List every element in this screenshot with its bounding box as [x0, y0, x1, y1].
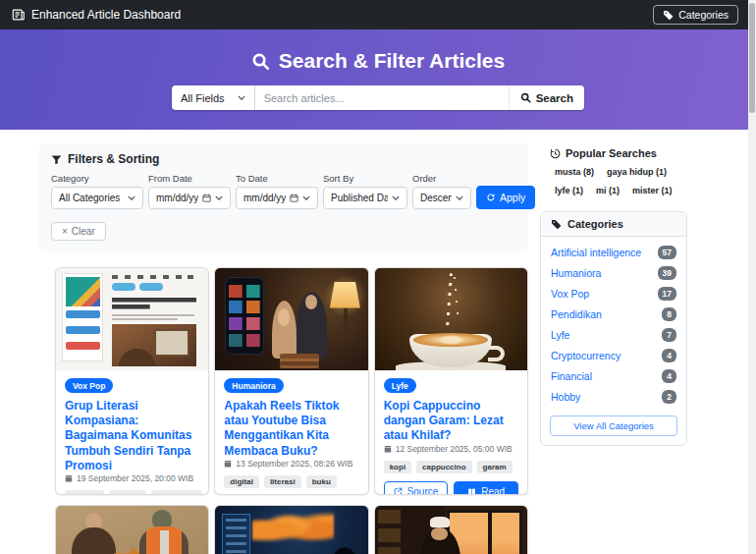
- category-label: Category: [51, 173, 143, 184]
- thumbnail-art: [344, 308, 348, 339]
- category-item[interactable]: Cryptocurrency 4: [541, 345, 686, 365]
- filters-title: Filters & Sorting: [51, 152, 516, 166]
- article-title-link[interactable]: Kopi Cappuccino dangan Garam: Lezat atau…: [384, 399, 518, 444]
- calendar-icon: [384, 445, 392, 453]
- popular-search-tag[interactable]: gaya hidup (1): [607, 167, 667, 177]
- apply-button[interactable]: Apply: [476, 186, 535, 209]
- category-filter: Category All Categories: [51, 173, 143, 209]
- category-link[interactable]: Pendidikan: [551, 308, 602, 320]
- calendar-icon: [290, 194, 298, 202]
- category-count-badge: 7: [662, 328, 676, 342]
- article-category-badge[interactable]: Lyfe: [384, 378, 416, 393]
- article-tag[interactable]: digital: [224, 475, 259, 488]
- article-tag[interactable]: cappuccino: [416, 461, 471, 473]
- from-date-input[interactable]: mm/dd/yyyy: [148, 187, 231, 209]
- hero-section: Search & Filter Articles All Fields Sear…: [0, 29, 756, 130]
- category-link[interactable]: Humaniora: [551, 267, 601, 279]
- refresh-icon: [486, 193, 496, 202]
- thumbnail-art: [430, 517, 450, 526]
- category-select[interactable]: All Categories: [51, 187, 143, 209]
- article-card-body: Humaniora Apakah Reels Tiktok atau Youtu…: [215, 370, 367, 495]
- article-card-footer: 19 September 2025, 20:00 WIB voxpop lite…: [65, 473, 199, 495]
- article-thumbnail[interactable]: [56, 268, 208, 370]
- date-controls: [290, 194, 310, 202]
- category-link[interactable]: Lyfe: [551, 329, 569, 341]
- category-link[interactable]: Artificial intelligence: [551, 247, 641, 258]
- search-button-label: Search: [536, 92, 573, 104]
- article-thumbnail[interactable]: [215, 506, 367, 554]
- sidebar: Popular Searches musta (8) gaya hidup (1…: [540, 143, 687, 554]
- tags-icon: [551, 219, 562, 230]
- article-tag[interactable]: buku: [306, 475, 337, 488]
- article-card-body: Lyfe Kopi Cappuccino dangan Garam: Lezat…: [375, 370, 527, 495]
- chevron-down-icon: [215, 194, 223, 202]
- category-link[interactable]: Cryptocurrency: [551, 350, 621, 361]
- to-date-input[interactable]: mm/dd/yyyy: [236, 187, 318, 209]
- app-brand[interactable]: Enhanced Article Dashboard: [12, 8, 181, 22]
- popular-search-tag[interactable]: mister (1): [632, 186, 673, 195]
- popular-search-tag[interactable]: lyfe (1): [555, 186, 583, 195]
- filters-panel: Filters & Sorting Category All Categorie…: [39, 143, 528, 251]
- app-title: Enhanced Article Dashboard: [31, 8, 181, 22]
- search-bar: All Fields Search: [172, 85, 584, 110]
- content-column: Filters & Sorting Category All Categorie…: [39, 143, 528, 554]
- article-tag[interactable]: literasi: [264, 475, 301, 488]
- view-all-categories-button[interactable]: View All Categories: [550, 416, 677, 436]
- search-input[interactable]: [255, 85, 509, 110]
- clear-button[interactable]: × Clear: [51, 222, 106, 241]
- source-button[interactable]: Source: [384, 481, 449, 495]
- read-button[interactable]: Read: [454, 481, 518, 495]
- article-thumbnail[interactable]: [375, 268, 527, 370]
- thumbnail-art: [280, 354, 319, 368]
- category-link[interactable]: Hobby: [551, 391, 580, 403]
- scrollbar-track[interactable]: [748, 0, 756, 554]
- article-title-link[interactable]: Grup Literasi Kompasiana: Bagaimana Komu…: [65, 399, 199, 473]
- navbar-categories-button[interactable]: Categories: [653, 5, 738, 25]
- article-tag[interactable]: garam: [477, 461, 513, 473]
- article-thumbnail[interactable]: [375, 506, 527, 554]
- category-item[interactable]: Humaniora 39: [541, 262, 686, 283]
- thumbnail-art: [454, 277, 459, 324]
- categories-panel-title: Categories: [567, 218, 623, 230]
- category-link[interactable]: Financial: [551, 370, 592, 382]
- article-tag[interactable]: voxpop: [65, 490, 104, 495]
- order-filter: Order Descending: [412, 173, 471, 209]
- from-date-filter: From Date mm/dd/yyyy: [148, 173, 231, 209]
- thumbnail-art: [328, 547, 361, 554]
- category-count-badge: 17: [658, 287, 676, 301]
- article-category-badge[interactable]: Humaniora: [224, 378, 283, 393]
- category-item[interactable]: Hobby 2: [541, 386, 686, 407]
- article-tag[interactable]: literasi digital: [109, 490, 146, 495]
- newspaper-icon: [12, 8, 26, 22]
- article-tag[interactable]: komunitas: [151, 490, 202, 495]
- thumbnail-art: [160, 530, 169, 554]
- sort-select[interactable]: Published Date: [323, 187, 407, 209]
- category-item[interactable]: Lyfe 7: [541, 324, 686, 345]
- apply-button-label: Apply: [500, 192, 525, 203]
- thumbnail-art: [272, 301, 297, 358]
- popular-search-tag[interactable]: mi (1): [596, 186, 620, 195]
- popular-search-tag[interactable]: musta (8): [555, 167, 594, 177]
- order-select[interactable]: Descending: [412, 187, 471, 209]
- search-button[interactable]: Search: [509, 85, 584, 110]
- article-thumbnail[interactable]: [215, 268, 367, 370]
- articles-grid: Vox Pop Grup Literasi Kompasiana: Bagaim…: [55, 267, 528, 554]
- scrollbar-thumb[interactable]: [749, 3, 755, 113]
- popular-searches-title-text: Popular Searches: [566, 147, 657, 159]
- article-tags: digital literasi buku: [224, 475, 358, 488]
- article-thumbnail[interactable]: [56, 506, 208, 554]
- thumbnail-art: [112, 314, 194, 320]
- to-date-filter: To Date mm/dd/yyyy: [236, 173, 318, 209]
- sort-value: Published Date: [331, 193, 388, 203]
- search-field-select[interactable]: All Fields: [172, 85, 255, 110]
- category-item[interactable]: Pendidikan 8: [541, 304, 686, 324]
- category-item[interactable]: Artificial intelligence 57: [541, 242, 686, 262]
- thumbnail-art: [446, 273, 453, 328]
- article-category-badge[interactable]: Vox Pop: [65, 378, 113, 393]
- article-tag[interactable]: kopi: [384, 461, 411, 473]
- category-item[interactable]: Financial 4: [541, 365, 686, 386]
- category-link[interactable]: Vox Pop: [551, 288, 589, 300]
- article-card: Humaniora Apakah Reels Tiktok atau Youtu…: [214, 267, 368, 495]
- article-title-link[interactable]: Apakah Reels Tiktok atau Youtube Bisa Me…: [224, 399, 358, 459]
- category-item[interactable]: Vox Pop 17: [541, 283, 686, 304]
